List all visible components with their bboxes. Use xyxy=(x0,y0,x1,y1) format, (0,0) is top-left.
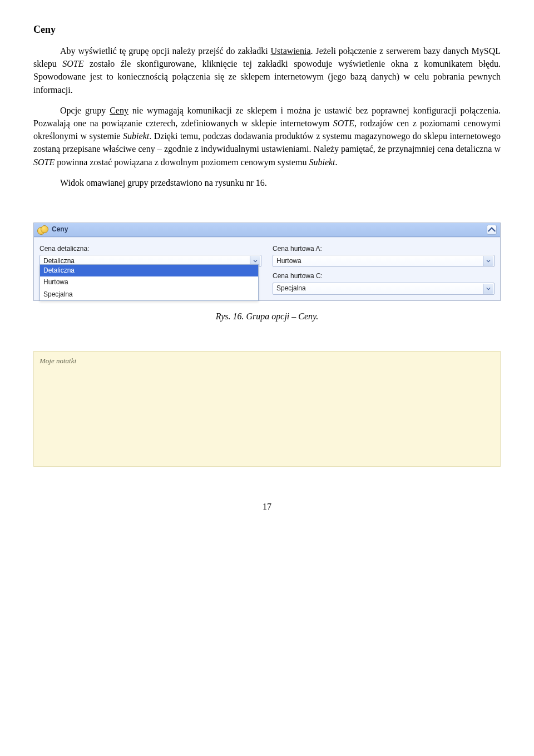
text-italic: SOTE xyxy=(62,59,83,68)
text-italic: Subiekt xyxy=(123,131,149,141)
combo-value: Hurtowa xyxy=(276,256,301,266)
text: Opcje grupy xyxy=(60,106,110,115)
chevron-down-icon xyxy=(253,259,258,263)
notes-title: Moje notatki xyxy=(39,356,495,367)
figure-16: Ceny Cena detaliczna: Detaliczna xyxy=(33,223,501,323)
text: zostało źle skonfigurowane, kliknięcie t… xyxy=(33,59,501,94)
prices-panel: Ceny Cena detaliczna: Detaliczna xyxy=(33,223,501,301)
combo-wholesale-a[interactable]: Hurtowa xyxy=(273,255,495,267)
label-retail-price: Cena detaliczna: xyxy=(39,244,261,254)
combo-value: Specjalna xyxy=(276,284,306,293)
text: Aby wyświetlić tę grupę opcji należy prz… xyxy=(60,46,271,56)
text-italic: Subiekt xyxy=(309,157,335,167)
panel-header: Ceny xyxy=(34,223,500,237)
panel-body: Cena detaliczna: Detaliczna Cena hurtowa… xyxy=(34,237,500,300)
text-italic: SOTE xyxy=(33,157,55,167)
paragraph-3: Widok omawianej grupy przedstawiono na r… xyxy=(33,176,501,189)
notes-box: Moje notatki xyxy=(33,351,501,467)
chevron-down-icon xyxy=(486,287,491,290)
collapse-button[interactable] xyxy=(487,225,497,235)
dropdown-arrow-button[interactable] xyxy=(483,256,493,266)
link-ustawienia: Ustawienia xyxy=(271,46,311,56)
dropdown-arrow-button[interactable] xyxy=(483,284,493,294)
chevron-up-icon xyxy=(487,227,496,233)
retail-dropdown-list[interactable]: Detaliczna Hurtowa Specjalna xyxy=(39,264,259,301)
dropdown-option[interactable]: Specjalna xyxy=(40,289,258,300)
section-heading: Ceny xyxy=(33,22,501,37)
combo-wholesale-c[interactable]: Specjalna xyxy=(273,283,495,295)
dropdown-option[interactable]: Detaliczna xyxy=(40,265,258,276)
text: . xyxy=(335,157,338,167)
panel-title: Ceny xyxy=(52,225,68,234)
figure-caption: Rys. 16. Grupa opcji – Ceny. xyxy=(33,310,501,323)
chevron-down-icon xyxy=(486,259,491,263)
dropdown-option[interactable]: Hurtowa xyxy=(40,276,258,288)
text: powinna zostać powiązana z dowolnym pozi… xyxy=(55,157,309,167)
coins-icon xyxy=(37,225,48,234)
text-underline: Ceny xyxy=(110,106,128,115)
label-wholesale-a: Cena hurtowa A: xyxy=(273,244,495,254)
paragraph-1: Aby wyświetlić tę grupę opcji należy prz… xyxy=(33,45,501,96)
page-number: 17 xyxy=(33,500,501,513)
label-wholesale-c: Cena hurtowa C: xyxy=(273,271,495,281)
text-italic: SOTE xyxy=(333,118,354,128)
paragraph-2: Opcje grupy Ceny nie wymagają komunikacj… xyxy=(33,104,501,169)
